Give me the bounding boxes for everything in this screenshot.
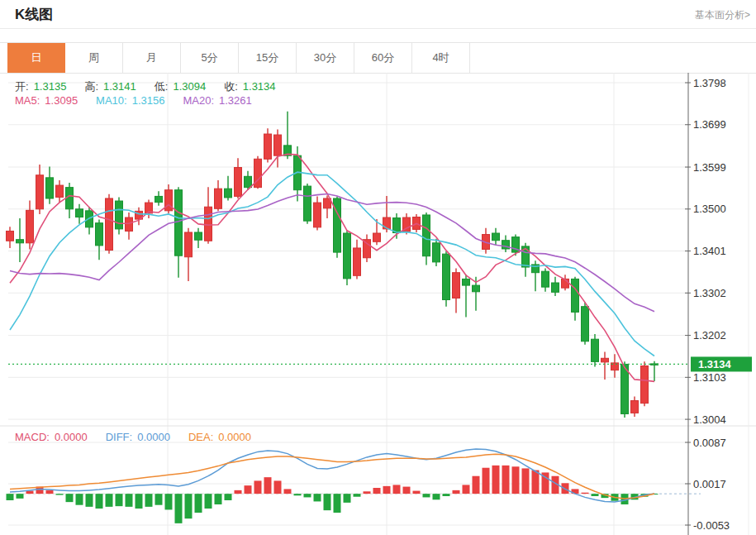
macd-axis-labels: 0.00870.0017-0.0053: [685, 437, 730, 532]
price-axis-label: 1.3798: [693, 77, 726, 89]
candle: [314, 196, 321, 230]
candle-body: [116, 201, 123, 229]
candle: [175, 187, 183, 278]
candle: [284, 112, 292, 159]
candle-body: [205, 207, 212, 241]
candle-body: [235, 168, 242, 197]
candle: [344, 230, 351, 285]
candle-body: [354, 248, 361, 275]
candle-body: [7, 231, 14, 241]
candle: [185, 228, 193, 281]
macd-bar: [26, 491, 34, 494]
macd-bar: [46, 490, 54, 494]
candle: [66, 183, 74, 218]
macd-bar: [7, 494, 14, 500]
candle-body: [423, 215, 430, 256]
macd-bar: [522, 468, 530, 494]
candle-body: [631, 401, 639, 413]
price-axis-label: 1.3699: [693, 118, 726, 131]
macd-bar: [334, 494, 341, 513]
current-price-badge: 1.3134: [691, 356, 752, 371]
main-axis-labels: 1.37981.36991.35991.35001.34011.33021.32…: [685, 77, 726, 426]
macd-bar: [364, 491, 371, 494]
macd-axis-label: -0.0053: [693, 519, 730, 532]
macd-bar: [116, 494, 123, 506]
macd-bar: [473, 476, 480, 494]
price-axis-label: 1.3500: [693, 203, 726, 215]
macd-bar: [136, 494, 143, 509]
tab-5分[interactable]: 5分: [181, 43, 239, 73]
macd-bar: [175, 494, 183, 523]
candle: [155, 191, 163, 205]
macd-bar: [463, 485, 470, 494]
candle: [7, 227, 14, 248]
candle-body: [215, 189, 222, 208]
candle: [264, 128, 272, 162]
candle-body: [443, 254, 450, 299]
macd-bar: [145, 494, 153, 507]
candle: [611, 354, 619, 378]
macd-bar: [205, 494, 212, 509]
macd-bar: [96, 494, 103, 509]
tab-周[interactable]: 周: [65, 43, 123, 73]
candle-body: [552, 283, 559, 292]
macd-bar: [254, 480, 262, 494]
tab-15分[interactable]: 15分: [239, 43, 297, 73]
page-title: K线图: [15, 5, 53, 24]
macd-bar: [373, 488, 381, 494]
macd-bar: [86, 494, 93, 507]
candle-body: [26, 210, 34, 242]
tab-月[interactable]: 月: [123, 43, 181, 73]
candle-body: [492, 233, 500, 241]
candlestick-chart[interactable]: 1.37981.36991.35991.35001.34011.33021.32…: [0, 73, 756, 535]
macd-bar: [403, 487, 411, 494]
fundamental-analysis-link[interactable]: 基本面分析>: [695, 8, 750, 22]
candle-body: [17, 240, 24, 243]
candle: [592, 334, 599, 366]
candle: [492, 228, 500, 246]
macd-bar: [294, 494, 302, 495]
macd-bar: [582, 493, 589, 494]
candle: [225, 176, 232, 201]
candle-body: [46, 178, 54, 198]
tab-4时[interactable]: 4时: [412, 43, 470, 73]
candle-body: [641, 365, 649, 403]
current-price-badge-text: 1.3134: [698, 358, 732, 370]
macd-bar: [344, 494, 351, 503]
macd-bar: [393, 485, 401, 494]
macd-bar: [56, 494, 64, 494]
macd-bar: [245, 485, 252, 494]
tab-日[interactable]: 日: [7, 43, 65, 73]
title-divider: [0, 28, 756, 29]
candle-body: [453, 273, 460, 299]
candle: [364, 235, 371, 262]
price-axis-label: 1.3401: [693, 245, 726, 257]
candle-body: [155, 196, 163, 202]
candle: [195, 228, 202, 248]
tab-30分[interactable]: 30分: [297, 43, 354, 73]
candle-body: [245, 176, 252, 187]
macd-bar: [512, 466, 520, 494]
candle: [165, 184, 173, 213]
price-axis-label: 1.3599: [693, 161, 726, 174]
candle: [572, 277, 579, 321]
macd-bar: [165, 494, 173, 509]
macd-bar: [155, 494, 163, 505]
candle: [26, 201, 34, 250]
candle: [235, 158, 242, 198]
candle-body: [175, 190, 183, 256]
candle: [334, 196, 341, 257]
price-axis-label: 1.3103: [693, 371, 726, 384]
price-axis-label: 1.3302: [693, 287, 726, 299]
candle: [56, 180, 64, 203]
candle: [443, 251, 450, 307]
tab-60分[interactable]: 60分: [354, 43, 412, 73]
candle: [126, 213, 133, 240]
price-axis-label: 1.3004: [693, 413, 726, 426]
macd-bar: [264, 477, 272, 494]
macd-bar: [453, 490, 460, 494]
candle: [542, 269, 549, 292]
macd-bar: [274, 480, 282, 494]
macd-bar: [304, 494, 311, 497]
macd-bar: [354, 494, 361, 497]
